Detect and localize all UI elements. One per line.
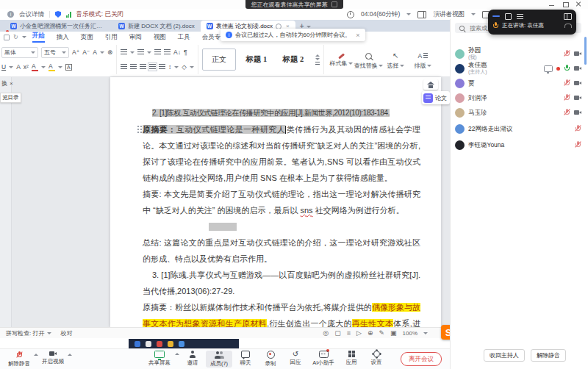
mic-muted-icon[interactable] bbox=[564, 50, 570, 57]
align-left-button[interactable] bbox=[121, 64, 127, 70]
gallery-more-icon[interactable] bbox=[315, 62, 320, 65]
camera-icon[interactable] bbox=[574, 96, 581, 101]
shrink-font-button[interactable]: A⁻ bbox=[82, 49, 90, 56]
unmute-all-button[interactable]: 解除静音 bbox=[531, 349, 566, 362]
find-replace-tool[interactable]: 查找替换 bbox=[355, 50, 382, 70]
font-name-select[interactable]: 黑体 bbox=[1, 47, 38, 58]
home-float-button[interactable] bbox=[423, 79, 438, 90]
style-set-tool[interactable]: 样式集 bbox=[328, 51, 355, 68]
numbering-button[interactable] bbox=[137, 49, 144, 55]
mic-on-icon[interactable] bbox=[564, 65, 570, 72]
eye-protect-icon[interactable]: ◎ bbox=[323, 329, 329, 337]
participant-row[interactable]: 刘润泽 bbox=[455, 91, 584, 104]
line-spacing-dropdown-icon[interactable] bbox=[174, 66, 179, 68]
camera-icon[interactable] bbox=[574, 81, 581, 86]
zoom-dropdown-icon[interactable] bbox=[423, 332, 428, 334]
security-shield-icon[interactable] bbox=[55, 11, 61, 18]
unmute-button[interactable]: 解除静音 bbox=[6, 351, 32, 368]
participant-row[interactable]: 孙园 (我) bbox=[455, 47, 584, 60]
decrease-indent-button[interactable] bbox=[154, 49, 161, 55]
paper-assistant-button[interactable]: 论文 bbox=[422, 91, 450, 104]
panel-scrollbar[interactable] bbox=[584, 37, 587, 65]
minimize-icon[interactable] bbox=[548, 1, 556, 7]
quick-access-dropdown-icon[interactable] bbox=[22, 36, 26, 38]
ribbon-tab-page[interactable]: 页面 bbox=[81, 33, 93, 42]
line-spacing-button[interactable]: ↕ bbox=[168, 63, 171, 71]
web-view-icon[interactable]: ⊕ bbox=[368, 329, 373, 337]
undo-icon[interactable]: ↻ bbox=[13, 34, 18, 40]
typeset-tool[interactable]: A 排版 bbox=[409, 49, 437, 70]
style-heading1[interactable]: 标题 1 bbox=[240, 49, 273, 70]
align-center-button[interactable] bbox=[130, 64, 137, 70]
numbering-dropdown-icon[interactable] bbox=[147, 51, 151, 54]
camera-icon[interactable] bbox=[574, 51, 581, 57]
text-effects-dropdown-icon[interactable] bbox=[100, 51, 104, 54]
grow-font-button[interactable]: A⁺ bbox=[72, 49, 79, 56]
ribbon-tab-insert[interactable]: 插入 bbox=[57, 33, 69, 42]
taskbar-app-icon[interactable] bbox=[135, 341, 140, 347]
share-options-icon[interactable] bbox=[175, 353, 179, 355]
collapse-banner-icon[interactable] bbox=[331, 1, 337, 7]
participant-row[interactable]: 袁佳惠 (主持人) bbox=[455, 62, 584, 75]
underline-button[interactable]: U bbox=[1, 63, 6, 71]
clear-format-button[interactable]: ⊗ bbox=[107, 49, 112, 56]
outline-view-icon[interactable]: ≡ bbox=[347, 329, 351, 337]
mic-muted-icon[interactable] bbox=[575, 125, 581, 132]
show-marks-button[interactable]: ¶ bbox=[184, 49, 187, 56]
document-page[interactable]: 2. [1]陈权.互动仪式链理论在传播研究中的应用[J].新闻世界,2012(1… bbox=[110, 77, 441, 327]
apps-button[interactable]: 应用 bbox=[340, 351, 363, 366]
participant-row[interactable]: 李钰璐Youna bbox=[455, 138, 584, 151]
style-normal[interactable]: 正文 bbox=[202, 49, 236, 71]
zoom-level[interactable]: 100% bbox=[403, 330, 417, 337]
taskbar-app-icon[interactable] bbox=[179, 341, 184, 347]
select-tool[interactable]: ↖ 选择 bbox=[382, 50, 409, 70]
settings-button[interactable]: 设置 bbox=[365, 351, 388, 366]
justify-button[interactable] bbox=[149, 64, 156, 70]
shading-button[interactable]: ◇ bbox=[182, 63, 187, 71]
page-view-icon[interactable]: ▢ bbox=[334, 329, 341, 337]
ai-assistant-button[interactable]: AI小助手 bbox=[309, 351, 338, 367]
style-gallery-arrows[interactable] bbox=[315, 54, 320, 65]
record-button[interactable]: 录制 bbox=[259, 351, 282, 368]
participant-row[interactable]: 22网络走出湖议 bbox=[455, 122, 584, 135]
restore-icon[interactable] bbox=[562, 1, 569, 7]
font-size-select[interactable]: 五号 bbox=[41, 47, 69, 58]
save-icon[interactable] bbox=[4, 35, 10, 40]
participant-row[interactable]: 贾 bbox=[455, 76, 584, 90]
leave-meeting-button[interactable]: 离开会议 bbox=[401, 352, 442, 366]
mic-muted-icon[interactable] bbox=[575, 141, 581, 148]
invite-button[interactable]: 邀请 bbox=[181, 351, 204, 367]
shading-dropdown-icon[interactable] bbox=[190, 66, 194, 68]
align-right-button[interactable] bbox=[140, 64, 146, 70]
meeting-duration[interactable]: 04:04(60分钟) bbox=[361, 10, 400, 19]
gallery-down-icon[interactable] bbox=[315, 58, 320, 60]
view-dropdown-icon[interactable] bbox=[471, 13, 476, 15]
increase-indent-button[interactable] bbox=[164, 49, 171, 55]
meeting-details-link[interactable]: 会议详情 bbox=[19, 10, 44, 19]
duration-dropdown-icon[interactable] bbox=[406, 13, 411, 15]
members-button[interactable]: 成员(7) bbox=[206, 351, 232, 368]
start-video-button[interactable]: 开启视频 bbox=[40, 351, 66, 365]
doc-tab-2[interactable]: W 新建 DOCX 文档 (2).docx bbox=[112, 21, 201, 32]
taskbar-app-icon[interactable] bbox=[146, 341, 151, 347]
camera-options-icon[interactable] bbox=[68, 354, 72, 356]
proofread-button[interactable]: 校对 bbox=[60, 329, 72, 337]
gallery-up-icon[interactable] bbox=[315, 54, 320, 57]
share-screen-button[interactable]: 共享屏幕 bbox=[146, 351, 173, 367]
taskbar-app-icon[interactable] bbox=[168, 341, 173, 347]
sort-button[interactable]: A↓ bbox=[173, 49, 181, 56]
camera-icon[interactable] bbox=[574, 66, 581, 71]
strikethrough-button[interactable]: A bbox=[16, 63, 21, 71]
spellcheck-dropdown-icon[interactable] bbox=[47, 332, 51, 334]
panel-toggle-icon[interactable] bbox=[564, 13, 572, 20]
ribbon-tab-view[interactable]: 视图 bbox=[154, 33, 166, 42]
ribbon-tab-reference[interactable]: 引用 bbox=[105, 33, 118, 42]
music-mode-toggle[interactable]: 音乐模式: 已关闭 bbox=[76, 10, 123, 19]
underline-dropdown-icon[interactable] bbox=[9, 66, 13, 68]
react-button[interactable]: ↺ 回应 bbox=[284, 351, 307, 366]
view-mode-select[interactable]: 演讲者视图 bbox=[433, 10, 465, 19]
toast-close-icon[interactable]: × bbox=[356, 32, 359, 39]
font-color-dropdown-icon[interactable] bbox=[41, 66, 46, 68]
style-heading2[interactable]: 标题 2 bbox=[277, 49, 309, 70]
close-icon[interactable] bbox=[575, 1, 582, 7]
